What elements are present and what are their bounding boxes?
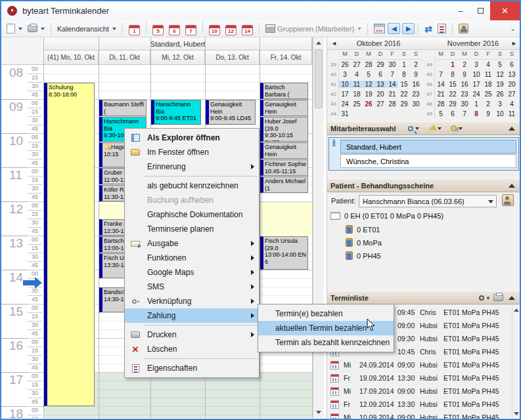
minical-day[interactable]: 19 xyxy=(363,91,374,98)
minical-day[interactable]: 7 xyxy=(459,110,470,117)
submenu-item[interactable]: Termin als bezahlt kennzeichnen xyxy=(258,335,394,350)
menu-item[interactable]: Graphische Dokumentation xyxy=(125,207,259,222)
minical-day[interactable]: 2 xyxy=(459,61,470,68)
minical-day[interactable]: 23 xyxy=(410,91,422,98)
collapse-icon[interactable] xyxy=(509,127,515,131)
day-header[interactable]: Di, 11. Okt xyxy=(99,51,150,65)
minical-november[interactable]: MDMDFSS441234564578910111213461415161718… xyxy=(424,51,519,119)
minical-day[interactable]: 13 xyxy=(374,81,386,88)
minical-day[interactable]: 25 xyxy=(351,100,363,108)
kalenderansicht-button[interactable]: Kalenderansicht xyxy=(55,24,119,34)
minical-day[interactable]: 16 xyxy=(459,81,470,88)
menu-item[interactable]: Drucken xyxy=(125,327,259,342)
calendar-scrollbar[interactable] xyxy=(313,37,324,418)
appointment[interactable]: Genauigkeit Hein9:00-9:30 PH30 xyxy=(260,100,308,116)
minical-day[interactable]: 29 xyxy=(447,100,459,108)
tasklist-button[interactable] xyxy=(435,22,449,35)
day-button-10[interactable]: 10 xyxy=(206,24,223,37)
menu-item[interactable]: Funktionen xyxy=(125,251,259,265)
terminliste-scrollbar[interactable] xyxy=(512,306,520,418)
search-icon[interactable] xyxy=(408,126,413,131)
appointment[interactable]: Schulung8:30-18:00 xyxy=(44,83,95,406)
minical-day[interactable]: 7 xyxy=(435,71,447,78)
refresh-button[interactable]: ⇄ xyxy=(422,22,435,35)
minical-day[interactable]: 12 xyxy=(363,81,374,88)
minical-next-icon[interactable]: ► xyxy=(511,40,517,47)
appointment[interactable]: Genauigkeit Hein10:15-10:45 PH30 xyxy=(260,142,308,159)
termin-row[interactable]: Mi24.09.201409:00HubsiET01 MoPa PH45 xyxy=(327,358,511,371)
minical-day[interactable]: 3 xyxy=(470,61,482,68)
minical-day[interactable]: 16 xyxy=(410,81,422,88)
collapse-chevrons-icon[interactable]: ∧∧ xyxy=(332,140,336,146)
menu-item[interactable]: Verknüpfung xyxy=(125,294,259,308)
scroll-down-icon[interactable] xyxy=(316,411,321,414)
minical-day[interactable]: 1 xyxy=(470,100,482,108)
menu-item[interactable]: Zahlung xyxy=(125,308,259,323)
menu-item[interactable]: Im Fenster öffnen xyxy=(125,145,259,159)
day-button-5[interactable]: 5 xyxy=(150,24,166,37)
minical-day[interactable]: 17 xyxy=(339,91,351,98)
gruppieren-button[interactable]: Gruppieren (Mitarbeiter) xyxy=(263,23,364,34)
termin-row[interactable]: Mi10.09.201409:00HubsiET01 MoPa PH45 xyxy=(327,411,511,420)
minimize-button[interactable]: – xyxy=(451,1,470,20)
minical-day[interactable]: 1 xyxy=(398,61,410,68)
collapse-icon[interactable] xyxy=(509,184,515,188)
minical-day[interactable]: 30 xyxy=(410,100,422,108)
minical-day[interactable]: 18 xyxy=(482,81,494,88)
appointment[interactable]: Hanschmann Bia9:00-9:45 ET01 M xyxy=(151,100,201,125)
minical-day[interactable]: 26 xyxy=(363,100,374,108)
appointment[interactable]: Baumann Steffi (9:00-9:30 VoMa xyxy=(99,100,147,116)
minical-day[interactable]: 20 xyxy=(506,81,518,88)
collapse-icon[interactable] xyxy=(509,296,515,300)
minical-day[interactable]: 3 xyxy=(339,71,351,78)
scroll-up-icon[interactable] xyxy=(514,308,519,312)
patient-lookup-button[interactable] xyxy=(502,194,514,206)
appointment[interactable]: Bartsch Barbara (8:30-9:00 km Ha xyxy=(260,83,308,99)
minical-day[interactable]: 21 xyxy=(386,91,398,98)
minical-day[interactable]: 27 xyxy=(374,100,386,108)
minical-day[interactable]: 11 xyxy=(506,110,518,117)
menu-item[interactable]: Google Maps xyxy=(125,265,259,280)
new-button[interactable] xyxy=(4,22,25,35)
minical-day[interactable]: 10 xyxy=(494,110,506,117)
minical-day[interactable]: 11 xyxy=(351,81,363,88)
minical-day[interactable]: 22 xyxy=(447,91,459,98)
patient-combobox[interactable]: Hanschmann Bianca (06.03.66) xyxy=(359,195,497,207)
minical-day[interactable]: 29 xyxy=(398,100,410,108)
minical-day[interactable]: 14 xyxy=(386,81,398,88)
day-button-6[interactable]: 6 xyxy=(166,24,183,37)
treatment-root[interactable]: 0 EH (0 ET01 0 MoPa 0 PH45) xyxy=(330,212,443,220)
minical-day[interactable]: 3 xyxy=(494,100,506,108)
scrollbar-thumb[interactable] xyxy=(315,49,323,108)
minical-october[interactable]: MDMDFSS392627282930124034567894110111213… xyxy=(328,51,423,119)
minical-day[interactable]: 6 xyxy=(506,61,518,68)
menu-item[interactable]: als gebucht kennzeichnen xyxy=(125,178,259,193)
appointment[interactable]: Fichtner Sophie10:45-11:15 MoPa xyxy=(260,159,308,176)
employees-icon[interactable] xyxy=(451,125,457,131)
menu-item[interactable]: ✕Löschen xyxy=(125,342,259,356)
day-header[interactable]: Mi, 12. Okt xyxy=(150,51,205,65)
maximize-button[interactable] xyxy=(470,1,490,20)
treatment-item[interactable]: 0 PH45 xyxy=(346,251,381,260)
minical-day[interactable]: 11 xyxy=(482,71,494,78)
minical-day[interactable]: 18 xyxy=(351,91,363,98)
minical-day[interactable]: 15 xyxy=(447,81,459,88)
appointment[interactable]: Huber Josef (29.09:30-10:15 PH30 xyxy=(260,117,308,142)
minical-day[interactable]: 4 xyxy=(506,100,518,108)
print-list-icon[interactable] xyxy=(493,294,503,301)
print-button[interactable] xyxy=(25,24,47,33)
menu-item[interactable]: Eigenschaften xyxy=(125,361,259,375)
minical-day[interactable]: 26 xyxy=(494,91,506,98)
employee-item[interactable]: Wünsche, Christina xyxy=(340,154,516,168)
minical-day[interactable]: 9 xyxy=(482,110,494,117)
minical-day[interactable]: 19 xyxy=(494,81,506,88)
minical-day[interactable]: 25 xyxy=(482,91,494,98)
minical-day[interactable]: 30 xyxy=(386,61,398,68)
minical-day[interactable]: 4 xyxy=(351,71,363,78)
menu-item[interactable]: SMS xyxy=(125,280,259,294)
minical-day[interactable]: 10 xyxy=(339,81,351,88)
minical-day[interactable]: 2 xyxy=(482,100,494,108)
day-header[interactable]: Fr, 14. Okt xyxy=(260,51,312,65)
patient-window-button[interactable] xyxy=(456,22,471,35)
minical-day[interactable]: 9 xyxy=(410,71,422,78)
